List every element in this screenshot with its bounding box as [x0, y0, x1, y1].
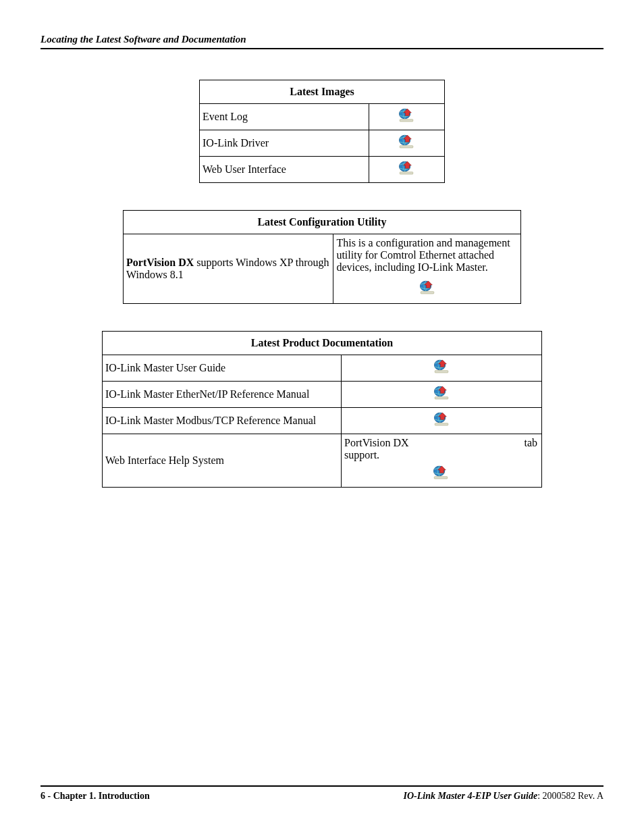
row-download-cell	[369, 130, 444, 157]
footer-right-suffix: : 2000582 Rev. A	[537, 791, 603, 801]
row-download-cell	[369, 157, 444, 183]
row-download-cell	[342, 382, 542, 408]
download-icon[interactable]	[398, 108, 415, 123]
footer-left: 6 - Chapter 1. Introduction	[41, 791, 150, 802]
table-row: IO-Link Driver	[200, 130, 445, 157]
table-row: IO-Link Master Modbus/TCP Reference Manu…	[103, 408, 542, 434]
download-icon[interactable]	[432, 465, 450, 480]
table-row: Web User Interface	[200, 157, 445, 183]
download-icon[interactable]	[419, 280, 436, 295]
row-label: Web Interface Help System	[103, 434, 342, 488]
config-right-cell: This is a configuration and management u…	[333, 234, 521, 304]
table-config-utility: Latest Configuration Utility PortVision …	[123, 210, 521, 304]
download-icon[interactable]	[398, 134, 415, 149]
download-icon[interactable]	[433, 359, 450, 374]
config-description: This is a configuration and management u…	[336, 237, 518, 273]
table-row: Web Interface Help System PortVision DX …	[103, 434, 542, 488]
row-label: IO-Link Master User Guide	[103, 355, 342, 382]
table-caption: Latest Configuration Utility	[124, 211, 521, 234]
table-row: IO-Link Master User Guide	[103, 355, 542, 382]
footer-right-title: IO-Link Master 4-EIP User Guide	[404, 791, 538, 801]
webhelp-note-line2: support.	[344, 449, 537, 461]
config-left-bold: PortVision DX	[126, 257, 194, 268]
table-caption: Latest Product Documentation	[103, 332, 542, 355]
config-left-cell: PortVision DX supports Windows XP throug…	[124, 234, 333, 304]
download-icon[interactable]	[398, 161, 415, 176]
table-latest-images: Latest Images Event Log IO-Link Driver W…	[199, 80, 445, 183]
page-footer: 6 - Chapter 1. Introduction IO-Link Mast…	[41, 785, 603, 802]
row-label: Event Log	[200, 104, 369, 130]
row-label: IO-Link Driver	[200, 130, 369, 157]
table-product-docs: Latest Product Documentation IO-Link Mas…	[102, 331, 542, 488]
webhelp-note-left: PortVision DX	[344, 437, 409, 449]
table-row: Event Log	[200, 104, 445, 130]
row-label: IO-Link Master EtherNet/IP Reference Man…	[103, 382, 342, 408]
table-row: IO-Link Master EtherNet/IP Reference Man…	[103, 382, 542, 408]
running-header: Locating the Latest Software and Documen…	[41, 34, 603, 49]
webhelp-right-cell: PortVision DX tab support.	[342, 434, 542, 488]
row-download-cell	[342, 355, 542, 382]
download-icon[interactable]	[433, 412, 450, 427]
row-label: Web User Interface	[200, 157, 369, 183]
table-caption: Latest Images	[200, 80, 445, 104]
download-icon[interactable]	[433, 386, 450, 400]
row-label: IO-Link Master Modbus/TCP Reference Manu…	[103, 408, 342, 434]
row-download-cell	[369, 104, 444, 130]
row-download-cell	[342, 408, 542, 434]
webhelp-note-right: tab	[524, 437, 537, 449]
table-row: PortVision DX supports Windows XP throug…	[124, 234, 521, 304]
footer-right: IO-Link Master 4-EIP User Guide: 2000582…	[404, 791, 603, 802]
